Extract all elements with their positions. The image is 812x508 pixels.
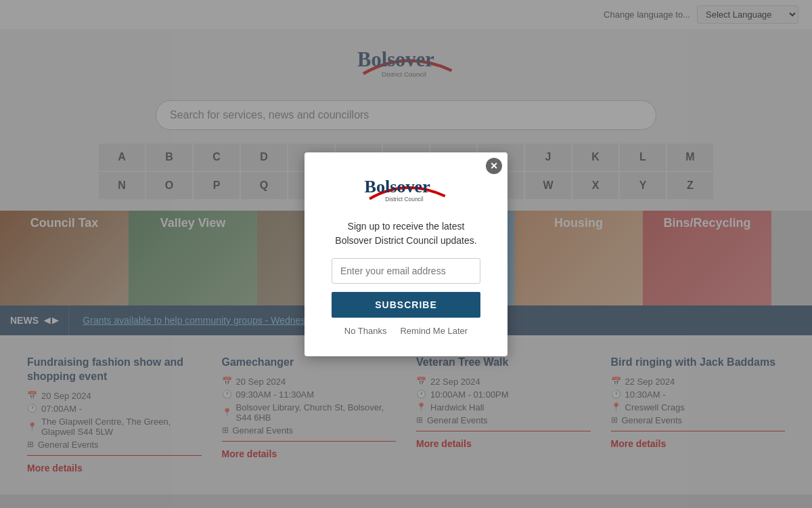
modal-overlay: ✕ Bolsover District Council Sign up to r…	[0, 0, 812, 508]
modal-logo-svg: Bolsover District Council	[352, 173, 460, 207]
remind-later-link[interactable]: Remind Me Later	[400, 326, 468, 336]
modal-logo: Bolsover District Council	[332, 173, 480, 209]
subscribe-button[interactable]: SUBSCRIBE	[332, 292, 480, 318]
svg-text:Bolsover: Bolsover	[364, 177, 430, 196]
modal-links: No Thanks Remind Me Later	[332, 326, 480, 336]
modal-close-button[interactable]: ✕	[486, 158, 502, 174]
email-input[interactable]	[332, 258, 480, 284]
modal-dialog: ✕ Bolsover District Council Sign up to r…	[304, 152, 508, 356]
no-thanks-link[interactable]: No Thanks	[344, 326, 387, 336]
svg-text:District Council: District Council	[385, 196, 423, 203]
modal-description: Sign up to receive the latest Bolsover D…	[332, 219, 480, 248]
